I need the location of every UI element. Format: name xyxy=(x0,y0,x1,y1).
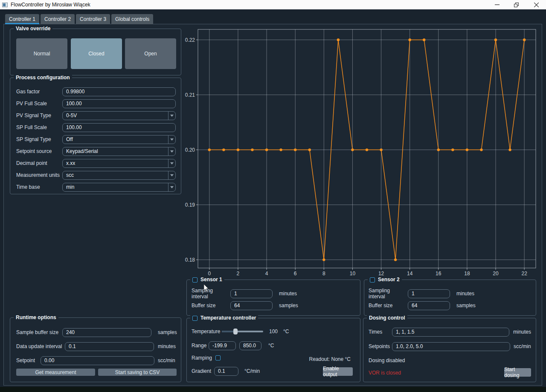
group-title-label: Sensor 2 xyxy=(378,277,400,283)
titlebar: FlowController by Mirosław Wiącek xyxy=(0,0,546,9)
vor-status-text: VOR is closed xyxy=(369,370,401,376)
chevron-down-icon[interactable] xyxy=(168,171,175,179)
start-dosing-button[interactable]: Start dosing xyxy=(504,368,531,377)
range-min-input[interactable] xyxy=(209,341,236,350)
tab-page-controller-1: Valve override Normal Closed Open Proces… xyxy=(3,24,542,386)
ramping-checkbox[interactable] xyxy=(215,355,221,360)
gradient-input[interactable] xyxy=(214,367,238,376)
pv-signal-type-select[interactable]: 0-5V xyxy=(62,111,176,120)
decimal-point-label: Decimal point xyxy=(16,160,62,166)
setpoints-input[interactable] xyxy=(392,342,510,351)
sensor2-sampling-input[interactable] xyxy=(408,289,450,298)
valve-normal-button[interactable]: Normal xyxy=(16,38,67,69)
pv-full-scale-row: PV Full Scale xyxy=(16,99,176,108)
tab-controller-3[interactable]: Controller 3 xyxy=(76,14,110,24)
decimal-point-select[interactable]: x.xx xyxy=(62,159,176,168)
temperature-row: Temperature 100 °C xyxy=(192,328,356,335)
sensor2-buffer-row: Buffer size samples xyxy=(369,301,533,310)
group-title-label: Temperature controller xyxy=(200,315,256,321)
svg-text:18: 18 xyxy=(464,271,470,277)
process-configuration-title: Process configuration xyxy=(14,75,72,81)
gas-factor-input[interactable] xyxy=(62,87,176,96)
svg-text:8: 8 xyxy=(322,271,325,277)
enable-output-button[interactable]: Enable output xyxy=(323,367,353,376)
sensor1-sampling-input[interactable] xyxy=(230,289,273,298)
sp-full-scale-input[interactable] xyxy=(62,123,176,132)
svg-text:16: 16 xyxy=(436,271,441,277)
tab-label: Global controls xyxy=(115,16,149,22)
sampling-interval-label: Sampling interval xyxy=(369,288,408,300)
sensor1-checkbox[interactable] xyxy=(192,277,197,282)
range-max-input[interactable] xyxy=(239,341,261,350)
chevron-down-icon[interactable] xyxy=(168,135,175,144)
decimal-point-row: Decimal point x.xx xyxy=(16,159,176,168)
tab-controller-1[interactable]: Controller 1 xyxy=(5,14,39,24)
sensor2-checkbox[interactable] xyxy=(370,277,375,282)
temperature-slider-handle[interactable] xyxy=(233,329,238,334)
dosing-status-text: Dosing disabled xyxy=(369,357,405,363)
tab-controller-2[interactable]: Controller 2 xyxy=(41,14,75,24)
data-update-interval-input[interactable] xyxy=(65,342,154,351)
sensor1-buffer-input[interactable] xyxy=(230,301,273,310)
times-label: Times xyxy=(369,329,392,335)
temperature-slider[interactable] xyxy=(222,329,263,334)
gas-factor-label: Gas factor xyxy=(16,89,62,95)
temperature-label: Temperature xyxy=(192,329,222,334)
sensor2-sampling-row: Sampling interval minutes xyxy=(369,289,533,298)
valve-open-button[interactable]: Open xyxy=(125,38,176,69)
dosing-control-title: Dosing control xyxy=(367,315,407,321)
temperature-controller-title: Temperature controller xyxy=(190,315,258,321)
selected-value: Off xyxy=(63,135,168,144)
sp-full-scale-label: SP Full Scale xyxy=(16,124,62,130)
app-window: Controller 1 Controller 2 Controller 3 G… xyxy=(0,9,546,387)
taskbar-edge xyxy=(0,387,546,392)
readout-text: Readout: None °C xyxy=(309,356,351,362)
svg-text:0.19: 0.19 xyxy=(185,202,195,208)
valve-override-title: Valve override xyxy=(14,26,52,32)
pv-full-scale-input[interactable] xyxy=(62,99,176,108)
time-base-row: Time base min xyxy=(16,182,176,192)
chevron-down-icon[interactable] xyxy=(168,183,175,191)
gradient-label: Gradient xyxy=(192,368,214,374)
tab-label: Controller 2 xyxy=(44,16,71,22)
setpoint-input[interactable] xyxy=(41,356,154,365)
sampling-interval-unit: minutes xyxy=(456,291,474,297)
temperature-controller-checkbox[interactable] xyxy=(192,316,197,321)
close-icon xyxy=(534,3,539,7)
setpoint-source-select[interactable]: Keypad/Serial xyxy=(62,147,176,156)
chevron-down-icon[interactable] xyxy=(168,159,175,167)
ramping-label: Ramping xyxy=(192,355,215,361)
buffer-size-label: Buffer size xyxy=(192,303,230,308)
pv-signal-type-label: PV Signal Type xyxy=(16,112,62,118)
process-configuration-group: Process configuration Gas factor PV Full… xyxy=(10,78,181,194)
group-title-label: Runtime options xyxy=(16,314,56,321)
mouse-cursor xyxy=(203,284,209,292)
restore-icon xyxy=(514,3,519,7)
get-measurement-button[interactable]: Get measurement xyxy=(16,369,95,376)
pv-full-scale-label: PV Full Scale xyxy=(16,101,62,107)
app-icon xyxy=(2,3,8,7)
restore-button[interactable] xyxy=(507,0,526,9)
time-base-select[interactable]: min xyxy=(62,183,176,192)
chevron-down-icon[interactable] xyxy=(168,112,175,120)
close-button[interactable] xyxy=(526,0,546,9)
ramping-row: Ramping xyxy=(192,355,243,361)
selected-value: min xyxy=(63,183,168,191)
minimize-button[interactable] xyxy=(487,0,507,9)
chevron-down-icon[interactable] xyxy=(168,147,175,156)
range-label: Range xyxy=(192,343,209,349)
selected-value: x.xx xyxy=(63,159,168,167)
svg-text:12: 12 xyxy=(378,271,384,277)
tab-global-controls[interactable]: Global controls xyxy=(111,14,153,24)
times-input[interactable] xyxy=(392,328,509,337)
setpoint-unit: scc/min xyxy=(158,357,175,363)
start-saving-csv-button[interactable]: Start saving to CSV xyxy=(98,369,177,376)
sp-signal-type-select[interactable]: Off xyxy=(62,135,176,144)
setpoint-row: Setpoint scc/min xyxy=(16,356,179,365)
valve-closed-button[interactable]: Closed xyxy=(71,38,122,69)
measurement-units-select[interactable]: scc xyxy=(62,171,176,180)
sensor2-buffer-input[interactable] xyxy=(408,301,450,310)
data-update-interval-row: Data update interval minutes xyxy=(16,342,179,351)
sample-buffer-size-input[interactable] xyxy=(62,328,151,337)
runtime-options-group: Runtime options Sample buffer size sampl… xyxy=(10,317,181,382)
